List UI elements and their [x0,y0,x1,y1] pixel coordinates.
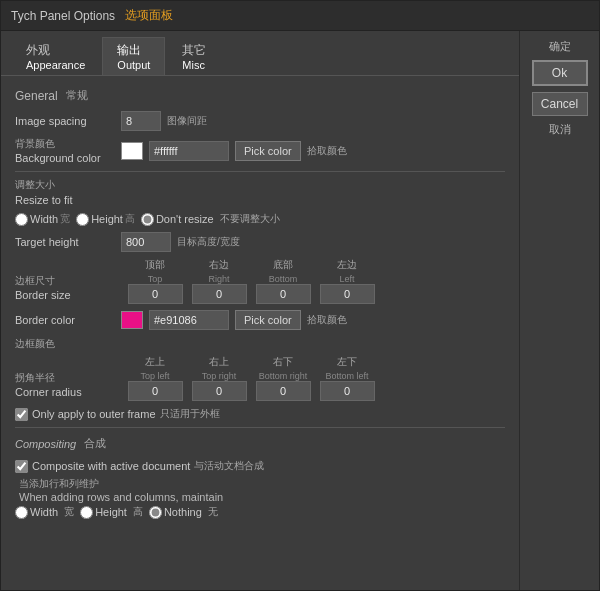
bg-color-chinese: 背景颜色 [15,137,115,151]
resize-none-option[interactable]: Don't resize [141,213,214,226]
corner-tl-en: Top left [140,371,169,381]
only-outer-chinese: 只适用于外框 [160,407,220,421]
target-height-label: Target height [15,236,115,248]
maintain-width-cn: 宽 [64,505,74,519]
corner-tr-col: 右上 Top right [189,355,249,401]
maintain-options-row: Width 宽 Height 高 Nothing [15,505,505,519]
right-panel: 确定 Ok Cancel 取消 [519,31,599,590]
border-size-label: Border size [15,289,71,301]
main-panel: 外观 Appearance 输出 Output 其它 Misc General … [1,31,519,590]
border-right-col: 右边 Right [189,258,249,304]
maintain-height-radio[interactable] [80,506,93,519]
tab-misc-chinese: 其它 [182,42,206,59]
target-height-input[interactable] [121,232,171,252]
tab-output[interactable]: 输出 Output [102,37,165,75]
corner-tl-input[interactable] [128,381,183,401]
tab-misc[interactable]: 其它 Misc [167,37,221,75]
border-size-row: 边框尺寸 Border size 顶部 Top 右边 Right [15,258,505,304]
image-spacing-chinese: 图像间距 [167,114,207,128]
bg-pick-color-btn[interactable]: Pick color [235,141,301,161]
corner-radius-row: 拐角半径 Corner radius 左上 Top left 右上 Top ri… [15,355,505,401]
resize-height-option[interactable]: Height高 [76,212,135,226]
resize-options-row: Width宽 Height高 Don't resize 不要调整大小 [15,212,505,226]
border-bottom-input[interactable] [256,284,311,304]
maintain-width-option[interactable]: Width [15,506,58,519]
border-left-input[interactable] [320,284,375,304]
border-size-label-block: 边框尺寸 Border size [15,258,125,302]
resize-width-option[interactable]: Width宽 [15,212,70,226]
title-bar: Tych Panel Options 选项面板 [1,1,599,31]
title-chinese: 选项面板 [125,7,173,24]
composite-active-label: Composite with active document [32,460,190,472]
tabs-row: 外观 Appearance 输出 Output 其它 Misc [1,31,519,76]
composite-active-checkbox[interactable] [15,460,28,473]
image-spacing-label: Image spacing [15,115,115,127]
corner-bl-input[interactable] [320,381,375,401]
border-size-grid: 顶部 Top 右边 Right 底部 Bottom [125,258,377,304]
tab-appearance-chinese: 外观 [26,42,85,59]
tab-misc-label: Misc [182,59,206,71]
general-chinese: 常规 [66,88,88,103]
corner-br-input[interactable] [256,381,311,401]
only-outer-checkbox[interactable] [15,408,28,421]
border-top-label-cn: 顶部 [145,258,165,272]
image-spacing-input[interactable] [121,111,161,131]
corner-br-col: 右下 Bottom right [253,355,313,401]
tab-output-label: Output [117,59,150,71]
ok-button[interactable]: Ok [532,60,588,86]
bg-color-hex[interactable] [149,141,229,161]
corner-radius-chinese: 拐角半径 [15,371,125,385]
resize-height-radio[interactable] [76,213,89,226]
border-top-input[interactable] [128,284,183,304]
compositing-section: Compositing 合成 Composite with active doc… [15,436,505,519]
bg-color-swatch[interactable] [121,142,143,160]
border-left-col: 左边 Left [317,258,377,304]
tab-appearance[interactable]: 外观 Appearance [11,37,100,75]
corner-br-cn: 右下 [273,355,293,369]
resize-width-radio[interactable] [15,213,28,226]
border-color-row: Border color Pick color 拾取颜色 [15,310,505,330]
corner-tr-input[interactable] [192,381,247,401]
cancel-button[interactable]: Cancel [532,92,588,116]
panel-content: General 常规 Image spacing 图像间距 背景颜色 Backg… [1,76,519,590]
main-window: Tych Panel Options 选项面板 外观 Appearance 输出… [0,0,600,591]
border-color-chinese: 边框颜色 [15,338,55,349]
maintain-nothing-option[interactable]: Nothing [149,506,202,519]
composite-active-chinese: 与活动文档合成 [194,459,264,473]
border-top-label-en: Top [148,274,163,284]
border-color-swatch[interactable] [121,311,143,329]
maintain-nothing-radio[interactable] [149,506,162,519]
resize-none-radio[interactable] [141,213,154,226]
only-outer-row: Only apply to outer frame 只适用于外框 [15,407,505,421]
border-right-label-cn: 右边 [209,258,229,272]
cancel-chinese: 取消 [549,122,571,137]
composite-active-row: Composite with active document 与活动文档合成 [15,459,505,473]
bg-color-row: 背景颜色 Background color Pick color 拾取颜色 [15,137,505,165]
maintain-label: When adding rows and columns, maintain [19,491,505,503]
bg-pick-chinese: 拾取颜色 [307,144,347,158]
border-top-col: 顶部 Top [125,258,185,304]
general-label: General [15,89,58,103]
maintain-nothing-cn: 无 [208,505,218,519]
resize-label: Resize to fit [15,194,115,206]
border-size-chinese: 边框尺寸 [15,274,125,288]
border-right-label-en: Right [208,274,229,284]
target-height-row: Target height 目标高度/宽度 [15,232,505,252]
border-left-label-en: Left [339,274,354,284]
compositing-header: Compositing 合成 [15,436,505,451]
bg-color-label: Background color [15,152,101,164]
border-bottom-label-en: Bottom [269,274,298,284]
border-pick-color-btn[interactable]: Pick color [235,310,301,330]
content-area: 外观 Appearance 输出 Output 其它 Misc General … [1,31,599,590]
border-right-input[interactable] [192,284,247,304]
maintain-width-radio[interactable] [15,506,28,519]
resize-radio-group: Width宽 Height高 Don't resize 不要调整大小 [15,212,280,226]
corner-bl-col: 左下 Bottom left [317,355,377,401]
tab-output-chinese: 输出 [117,42,150,59]
maintain-height-option[interactable]: Height [80,506,127,519]
corner-tl-cn: 左上 [145,355,165,369]
border-color-hex[interactable] [149,310,229,330]
corner-tr-cn: 右上 [209,355,229,369]
corner-bl-cn: 左下 [337,355,357,369]
corner-radius-label: Corner radius [15,386,82,398]
